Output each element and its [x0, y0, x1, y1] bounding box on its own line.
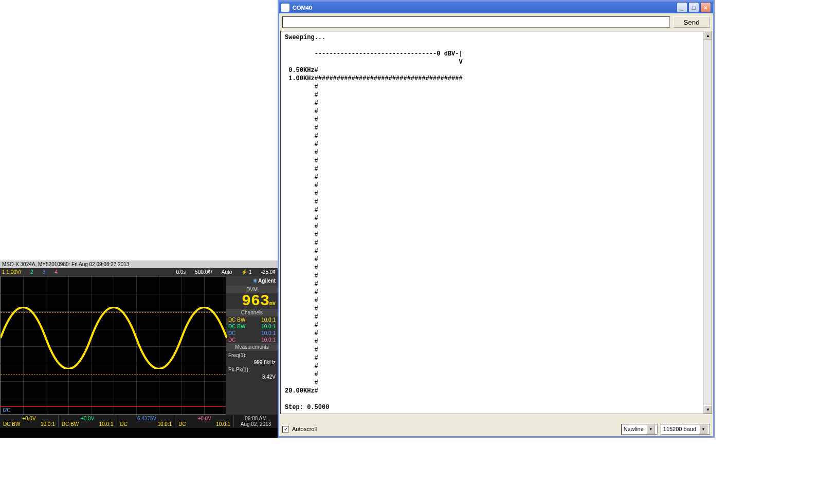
- maximize-button[interactable]: □: [688, 2, 699, 13]
- autoscroll-checkbox[interactable]: ✓: [282, 426, 289, 433]
- meas-pkpk-label: Pk-Pk(1):: [228, 366, 276, 374]
- channel-row: DC BW10.0:1: [226, 316, 278, 323]
- bus-label-i2c: I2C: [3, 407, 11, 413]
- oscilloscope-panel: MSO-X 3024A, MY52010980: Fri Aug 02 09:0…: [0, 260, 278, 438]
- channel-row: DC10.0:1: [226, 330, 278, 337]
- channel-footer-col: +0.0VDC10.0:1: [175, 416, 234, 427]
- cursor-lower: [1, 374, 226, 375]
- chevron-down-icon: ▼: [699, 425, 707, 434]
- window-titlebar[interactable]: ∞ COM40 _ □ ×: [279, 0, 713, 13]
- meas-freq-value: 999.8kHz: [228, 359, 276, 366]
- minimize-button[interactable]: _: [677, 2, 687, 13]
- meas-freq-label: Freq(1):: [228, 352, 276, 359]
- scope-footer: +0.0VDC BW10.0:1+0.0VDC BW10.0:1-6.4375V…: [0, 415, 278, 428]
- channel-footer-col: +0.0VDC BW10.0:1: [59, 416, 117, 427]
- scope-trigger-level: -25.0¢: [261, 269, 276, 275]
- serial-statusbar: ✓ Autoscroll Newline ▼ 115200 baud ▼: [282, 423, 710, 435]
- scope-model-header: MSO-X 3024A, MY52010980: Fri Aug 02 09:0…: [0, 260, 278, 268]
- serial-output-area[interactable]: Sweeping... ----------------------------…: [280, 31, 712, 414]
- agilent-logo-icon: ✳: [253, 278, 257, 284]
- scope-graticule: I2C: [0, 276, 226, 415]
- arduino-app-icon: ∞: [281, 4, 289, 12]
- send-button[interactable]: Send: [673, 16, 710, 28]
- scope-ch2-marker: 2: [30, 269, 33, 275]
- scope-time-offset: 0.0s: [176, 269, 186, 275]
- serial-send-input[interactable]: [282, 16, 670, 28]
- scope-ch3-marker: 3: [43, 269, 46, 275]
- scope-clock: 09:08 AM Aug 02, 2013: [234, 416, 278, 427]
- channel-footer-col: +0.0VDC BW10.0:1: [0, 416, 59, 427]
- line-ending-select[interactable]: Newline ▼: [621, 424, 658, 435]
- close-button[interactable]: ×: [700, 2, 711, 13]
- scroll-down-button[interactable]: ▼: [704, 405, 712, 414]
- channel-footer-col: -6.4375VDC10.0:1: [117, 416, 176, 427]
- dvm-reading: 963mV: [226, 293, 278, 309]
- chevron-down-icon: ▼: [647, 425, 655, 434]
- scope-time-div: 500.0¢/: [195, 269, 212, 275]
- autoscroll-label: Autoscroll: [292, 426, 317, 432]
- waveform-ch1: [1, 307, 227, 369]
- channel-row: DC BW10.0:1: [226, 323, 278, 330]
- terminal-scrollbar[interactable]: ▲ ▼: [703, 31, 712, 414]
- scope-brand: ✳ Agilent: [226, 276, 278, 286]
- measurements-block: Freq(1): 999.8kHz Pk-Pk(1): 3.42V: [226, 351, 278, 382]
- scope-sidepanel: ✳ Agilent DVM 963mV Channels DC BW10.0:1…: [226, 276, 278, 415]
- serial-monitor-window: ∞ COM40 _ □ × Send Sweeping... ---------…: [278, 0, 715, 438]
- channel-row: DC10.0:1: [226, 337, 278, 343]
- scope-topbar: 1 1.00V/ 2 3 4 0.0s 500.0¢/ Auto ⚡ 1 -25…: [0, 268, 278, 276]
- scroll-up-button[interactable]: ▲: [704, 31, 712, 40]
- scope-ch4-marker: 4: [54, 269, 58, 275]
- serial-output-text: Sweeping... ----------------------------…: [281, 31, 712, 414]
- scope-mode: Auto: [222, 269, 232, 275]
- measurements-header: Measurements: [226, 343, 278, 351]
- window-title: COM40: [293, 5, 312, 11]
- baud-select[interactable]: 115200 baud ▼: [661, 424, 710, 435]
- scope-ch1-scale: 1 1.00V/: [2, 269, 21, 275]
- ch4-baseline: [1, 406, 226, 407]
- scope-trigger: ⚡ 1: [241, 269, 251, 275]
- meas-pkpk-value: 3.42V: [228, 374, 276, 381]
- channels-header: Channels: [226, 309, 278, 316]
